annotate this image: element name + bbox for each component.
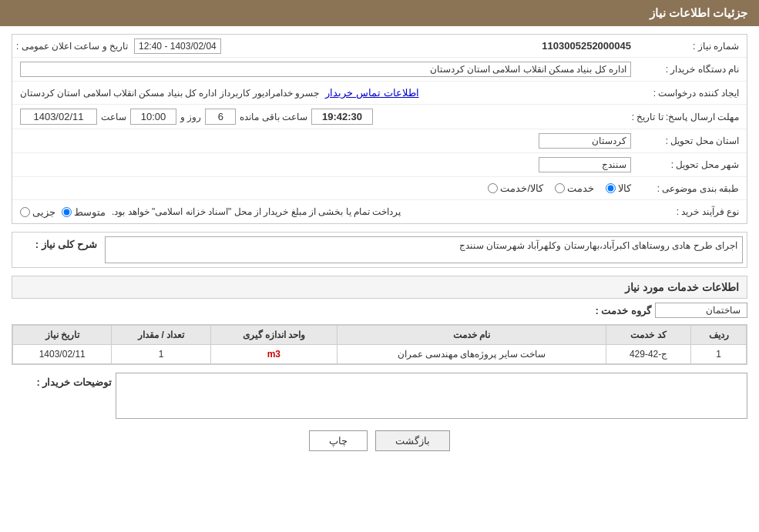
category-value-cell: کالا/خدمت خدمت کالا (16, 181, 635, 196)
cell-unit: m3 (210, 345, 337, 364)
category-row: طبقه بندی موضوعی : کالا/خدمت خدمت کالا (12, 177, 747, 200)
category-radio-group: کالا/خدمت خدمت کالا (20, 182, 631, 194)
info-section: شماره نیاز : 1103005252000045 1403/02/04… (12, 34, 747, 224)
category-goods-radio[interactable] (606, 183, 616, 193)
delivery-province-value: کردستان (539, 133, 631, 149)
process-type-label: نوع فرآیند خرید : (635, 206, 743, 217)
services-table: ردیف کد خدمت نام خدمت واحد اندازه گیری ت… (12, 325, 747, 364)
deadline-remaining-value: 19:42:30 (311, 109, 373, 125)
buyer-notes-label: توضیحات خریدار : (12, 373, 112, 388)
category-service-label: خدمت (567, 182, 594, 194)
service-group-label: گروه خدمت : (578, 305, 655, 316)
buyer-org-label: نام دستگاه خریدار : (635, 64, 743, 75)
process-type-value-cell: پرداخت تمام یا بخشی از مبلغ خریدار از مح… (16, 205, 635, 219)
service-group-row: ساختمان گروه خدمت : (12, 303, 747, 318)
delivery-province-label: استان محل تحویل : (635, 136, 743, 146)
page-wrapper: جزئیات اطلاعات نیاز شماره نیاز : 1103005… (0, 0, 759, 532)
service-group-value: ساختمان (655, 303, 747, 318)
deadline-date-value: 1403/02/11 (20, 109, 97, 125)
main-content: شماره نیاز : 1103005252000045 1403/02/04… (0, 26, 759, 470)
general-description-text: اجرای طرح هادی روستاهای اکبرآباد،بهارستا… (105, 236, 743, 263)
request-number-value-cell: 1103005252000045 (221, 38, 635, 53)
page-title: جزئیات اطلاعات نیاز (650, 6, 747, 19)
cell-service-name: ساخت سایر پروژه‌های مهندسی عمران (338, 345, 606, 364)
announce-time-container: 1403/02/04 - 12:40 تاریخ و ساعت اعلان عم… (16, 38, 221, 54)
category-goods-service[interactable]: کالا/خدمت (488, 182, 543, 194)
category-goods-service-label: کالا/خدمت (500, 182, 543, 194)
delivery-city-row: شهر محل تحویل : سنندج (12, 153, 747, 177)
process-type-container: پرداخت تمام یا بخشی از مبلغ خریدار از مح… (20, 206, 631, 218)
cell-quantity: 1 (112, 345, 210, 364)
process-small-label: جزیی (32, 206, 55, 218)
cell-row-number: 1 (691, 345, 747, 364)
buyer-org-row: نام دستگاه خریدار : اداره کل بنیاد مسکن … (12, 58, 747, 82)
deadline-label: مهلت ارسال پاسخ: تا تاریخ : (632, 112, 743, 122)
general-description-label: شرح کلی نیاز : (16, 236, 101, 250)
deadline-time-label: ساعت (101, 112, 126, 122)
cell-date: 1403/02/11 (13, 345, 112, 364)
category-label: طبقه بندی موضوعی : (635, 183, 743, 194)
col-service-code: کد خدمت (606, 326, 691, 345)
category-service-radio[interactable] (555, 183, 565, 193)
buyer-notes-section: توضیحات خریدار : (12, 373, 747, 419)
deadline-fields: 19:42:30 ساعت باقی مانده 6 روز و 10:00 س… (20, 109, 628, 125)
services-section-header: اطلاعات خدمات مورد نیاز (12, 276, 747, 299)
process-small-radio[interactable] (20, 207, 30, 217)
print-button[interactable]: چاپ (309, 430, 368, 451)
buyer-org-value-cell: اداره کل بنیاد مسکن انقلاب اسلامی استان … (16, 60, 635, 79)
process-medium-radio[interactable] (62, 207, 72, 217)
announce-time-label: تاریخ و ساعت اعلان عمومی : (16, 41, 128, 52)
requester-contact-link[interactable]: اطلاعات تماس خریدار (325, 87, 418, 99)
deadline-remaining-label: ساعت باقی مانده (240, 112, 307, 122)
general-description-row: اجرای طرح هادی روستاهای اکبرآباد،بهارستا… (16, 236, 743, 263)
delivery-province-row: استان محل تحویل : کردستان (12, 129, 747, 153)
deadline-time-value: 10:00 (130, 109, 176, 125)
deadline-value-cell: 19:42:30 ساعت باقی مانده 6 روز و 10:00 س… (16, 107, 632, 126)
buyer-notes-textarea[interactable] (116, 373, 747, 419)
request-number-row: شماره نیاز : 1103005252000045 1403/02/04… (12, 35, 747, 58)
deadline-days-label: روز و (180, 112, 201, 122)
announce-time-value: 1403/02/04 - 12:40 (134, 38, 221, 54)
payment-note: پرداخت تمام یا بخشی از مبلغ خریدار از مح… (112, 206, 401, 217)
delivery-city-value: سنندج (539, 157, 631, 172)
col-unit: واحد اندازه گیری (210, 326, 337, 345)
back-button[interactable]: بازگشت (375, 430, 450, 451)
table-header-row: ردیف کد خدمت نام خدمت واحد اندازه گیری ت… (13, 326, 747, 345)
cell-service-code: ج-42-429 (606, 345, 691, 364)
request-number-label: شماره نیاز : (635, 41, 743, 52)
services-table-wrapper: ردیف کد خدمت نام خدمت واحد اندازه گیری ت… (12, 324, 747, 365)
buttons-row: بازگشت چاپ (12, 430, 747, 451)
requester-name: جسرو خدامرادیور کاربرداز اداره کل بنیاد … (20, 88, 319, 99)
category-goods[interactable]: کالا (606, 182, 631, 194)
category-goods-label: کالا (618, 182, 631, 194)
col-date: تاریخ نیاز (13, 326, 112, 345)
page-header: جزئیات اطلاعات نیاز (0, 0, 759, 26)
col-row-number: ردیف (691, 326, 747, 345)
category-service[interactable]: خدمت (555, 182, 594, 194)
table-row: 1 ج-42-429 ساخت سایر پروژه‌های مهندسی عم… (13, 345, 747, 364)
category-goods-service-radio[interactable] (488, 183, 498, 193)
buyer-org-value: اداره کل بنیاد مسکن انقلاب اسلامی استان … (20, 62, 631, 77)
process-type-row: نوع فرآیند خرید : پرداخت تمام یا بخشی از… (12, 200, 747, 223)
deadline-row: مهلت ارسال پاسخ: تا تاریخ : 19:42:30 ساع… (12, 105, 747, 129)
deadline-days-value: 6 (205, 109, 236, 125)
general-description-container: اجرای طرح هادی روستاهای اکبرآباد،بهارستا… (12, 232, 747, 268)
process-small[interactable]: جزیی (20, 206, 55, 218)
request-number-value: 1103005252000045 (542, 40, 631, 52)
process-medium-label: متوسط (74, 206, 106, 218)
requester-row: ایجاد کننده درخواست : اطلاعات تماس خریدا… (12, 82, 747, 105)
delivery-city-label: شهر محل تحویل : (635, 159, 743, 170)
delivery-city-value-cell: سنندج (16, 156, 635, 174)
requester-label: ایجاد کننده درخواست : (635, 88, 743, 99)
delivery-province-value-cell: کردستان (16, 132, 635, 150)
process-medium[interactable]: متوسط (62, 206, 106, 218)
requester-value-cell: اطلاعات تماس خریدار جسرو خدامرادیور کارب… (16, 85, 635, 100)
col-quantity: تعداد / مقدار (112, 326, 210, 345)
col-service-name: نام خدمت (338, 326, 606, 345)
